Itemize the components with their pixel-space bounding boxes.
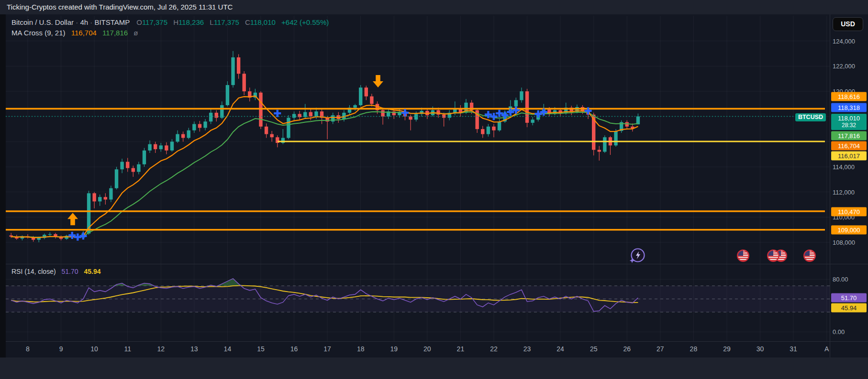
symbol-legend[interactable]: Bitcoin / U.S. Dollar · 4h · BITSTAMP O1… <box>11 18 329 26</box>
plus-marker[interactable] <box>274 110 281 117</box>
time-label-8[interactable]: 8 <box>26 345 30 353</box>
candle <box>281 138 285 143</box>
ma-fast-value: 116,704 <box>71 29 97 37</box>
open-label: O <box>136 18 142 26</box>
time-label-19[interactable]: 19 <box>390 345 398 353</box>
candle <box>314 111 318 117</box>
us-flag-icon[interactable] <box>804 250 815 261</box>
ma-slow-line[interactable] <box>11 112 638 238</box>
time-label-A[interactable]: A <box>824 345 829 353</box>
candles <box>10 51 640 242</box>
legend-separator: · <box>76 18 78 26</box>
rsi-tick-80.00: 80.00 <box>833 276 848 283</box>
lightning-idea-icon[interactable] <box>630 249 645 263</box>
price-badge-118,010[interactable]: 118,01028:32 <box>831 114 867 130</box>
time-label-10[interactable]: 10 <box>90 345 98 353</box>
price-badge-116,017[interactable]: 116,017 <box>831 152 867 161</box>
rsi-params: (14, close) <box>24 268 56 275</box>
rsi-badge-45.94[interactable]: 45.94 <box>831 303 867 313</box>
time-label-24[interactable]: 24 <box>556 345 564 353</box>
candle <box>514 100 518 107</box>
candle <box>198 124 201 128</box>
rsi-tick-0.00: 0.00 <box>833 328 845 336</box>
candle <box>487 127 490 134</box>
symbol-title[interactable]: Bitcoin / U.S. Dollar <box>11 18 74 26</box>
candle <box>165 145 168 151</box>
candle <box>481 129 484 134</box>
candle <box>98 197 101 201</box>
time-label-15[interactable]: 15 <box>257 345 265 353</box>
time-label-21[interactable]: 21 <box>457 345 465 353</box>
time-label-17[interactable]: 17 <box>323 345 331 353</box>
ma-cross-legend[interactable]: MA Cross (9, 21) 116,704 117,816 ø <box>11 29 138 37</box>
candle <box>154 144 157 150</box>
us-flag-icons[interactable] <box>737 250 815 261</box>
rsi-pane[interactable] <box>6 279 830 312</box>
plus-marker[interactable] <box>401 109 409 116</box>
time-label-28[interactable]: 28 <box>690 345 698 353</box>
rsi-value: 51.70 <box>61 268 78 275</box>
candle <box>143 151 146 164</box>
candle <box>92 193 96 201</box>
candle <box>525 91 529 123</box>
tradingview-chart-page: Ticking-Cryptos created with TradingView… <box>0 0 868 379</box>
up-arrow-icon[interactable] <box>67 213 78 225</box>
time-label-29[interactable]: 29 <box>723 345 731 353</box>
time-label-12[interactable]: 12 <box>157 345 165 353</box>
time-label-25[interactable]: 25 <box>590 345 598 353</box>
price-badge-110,470[interactable]: 110,470 <box>831 207 867 217</box>
time-label-26[interactable]: 26 <box>623 345 631 353</box>
indicator-ghost-icon[interactable]: ø <box>134 29 138 37</box>
exchange-label[interactable]: BITSTAMP <box>94 18 130 26</box>
time-label-13[interactable]: 13 <box>190 345 198 353</box>
plus-marker[interactable] <box>79 232 87 239</box>
candle <box>265 127 268 134</box>
countdown-timer: 28:32 <box>831 122 867 129</box>
time-label-22[interactable]: 22 <box>490 345 498 353</box>
low-value: 117,375 <box>214 18 239 26</box>
candle <box>120 162 123 170</box>
candle <box>176 134 179 142</box>
price-badge-117,816[interactable]: 117,816 <box>831 131 867 141</box>
candle <box>126 162 129 168</box>
candle <box>37 238 40 240</box>
rsi-badge-51.70[interactable]: 51.70 <box>831 293 867 303</box>
candle <box>109 188 112 200</box>
interval-label[interactable]: 4h <box>80 18 88 26</box>
price-badge-118,616[interactable]: 118,616 <box>831 92 867 101</box>
candle <box>159 145 163 149</box>
currency-toggle-button[interactable]: USD <box>833 17 863 31</box>
price-badge-118,318[interactable]: 118,318 <box>831 103 867 112</box>
us-flag-icon[interactable] <box>737 250 749 261</box>
time-label-20[interactable]: 20 <box>423 345 431 353</box>
ma-slow-value: 117,816 <box>102 29 128 37</box>
us-flag-icon[interactable] <box>768 250 779 261</box>
ticker-price-line-tag[interactable]: BTCUSD <box>795 113 826 121</box>
rsi-name[interactable]: RSI <box>11 268 22 275</box>
candle <box>48 234 52 235</box>
candle <box>614 131 617 145</box>
time-label-9[interactable]: 9 <box>59 345 63 353</box>
plus-markers[interactable] <box>68 107 591 240</box>
time-label-31[interactable]: 31 <box>790 345 797 353</box>
price-badge-116,704[interactable]: 116,704 <box>831 141 867 151</box>
price-level-lines[interactable] <box>6 109 825 230</box>
time-label-18[interactable]: 18 <box>357 345 365 353</box>
time-label-23[interactable]: 23 <box>523 345 531 353</box>
price-badge-109,000[interactable]: 109,000 <box>831 226 867 235</box>
open-value: 117,375 <box>142 18 167 26</box>
time-label-30[interactable]: 30 <box>757 345 764 353</box>
indicator-name[interactable]: MA Cross <box>11 29 43 37</box>
candlestick-chart-canvas[interactable] <box>0 0 868 379</box>
time-label-11[interactable]: 11 <box>124 345 131 353</box>
candle <box>226 85 229 105</box>
time-label-14[interactable]: 14 <box>224 345 232 353</box>
time-label-16[interactable]: 16 <box>290 345 298 353</box>
candle <box>309 112 312 117</box>
rsi-legend[interactable]: RSI (14, close) 51.70 45.94 <box>11 268 100 275</box>
candle <box>192 124 196 130</box>
pane-divider[interactable] <box>6 264 868 264</box>
down-arrow-icon[interactable] <box>373 75 383 87</box>
candle <box>237 57 240 74</box>
time-label-27[interactable]: 27 <box>657 345 664 353</box>
